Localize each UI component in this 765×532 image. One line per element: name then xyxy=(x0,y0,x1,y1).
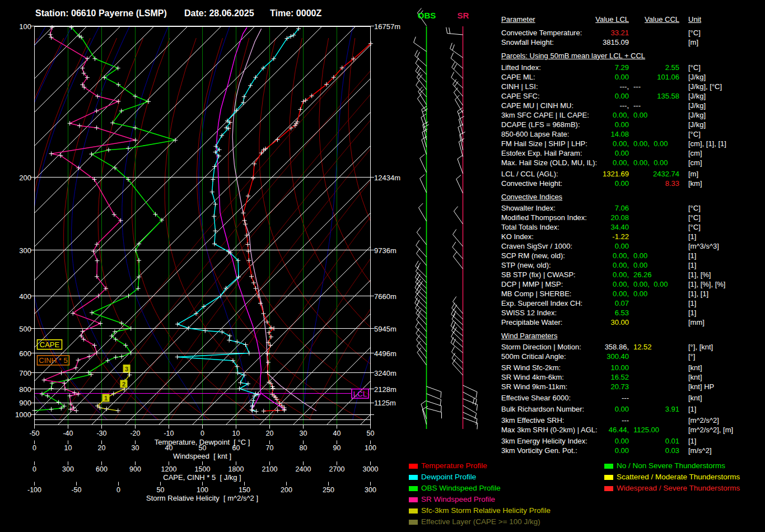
table-row-unit: [J/kg] xyxy=(688,73,706,81)
table-row-unit: [1] xyxy=(688,309,696,317)
table-row-value-lcl: -1.22 xyxy=(579,232,629,241)
legend-label: SR Windspeed Profile xyxy=(421,495,495,503)
pressure-label: 700 xyxy=(9,369,31,377)
table-row-label: CINH | LSI: xyxy=(501,82,538,91)
time-title: Time: 0000Z xyxy=(270,8,321,18)
pressure-label: 500 xyxy=(9,325,31,333)
axis-tick-label: 2400 xyxy=(296,465,311,473)
table-row-label: Snowfall Height: xyxy=(501,38,554,46)
table-row-label: Total Totals Index: xyxy=(501,223,559,231)
axis-tick-label: 40 xyxy=(333,430,341,437)
axis-tick-label: 150 xyxy=(239,486,250,494)
table-section-header: Convective Indices xyxy=(501,193,562,201)
table-row-value-extra: 26.26 xyxy=(633,270,652,279)
table-row-value-lcl: 6.53 xyxy=(579,309,629,317)
pressure-label: 400 xyxy=(9,292,31,301)
legend-swatch xyxy=(409,475,418,480)
axis-tick-label: 70 xyxy=(266,444,274,452)
height-label: 4496m xyxy=(374,349,397,358)
table-row-value-lcl: 16.52 xyxy=(579,373,629,381)
table-header-parameter: Parameter xyxy=(501,15,535,24)
legend-swatch xyxy=(604,486,613,491)
table-header-unit: Unit xyxy=(688,15,701,24)
axis-tick-label: 80 xyxy=(300,444,307,452)
legend-label: Widespread / Severe Thunderstorms xyxy=(617,484,740,492)
legend-label: Effective Layer (CAPE >= 100 J/kg) xyxy=(421,517,540,526)
table-row-label: Precipitable Water: xyxy=(501,318,562,326)
table-row-unit: [1] xyxy=(688,232,696,241)
table-row-unit: [1] xyxy=(688,299,696,307)
table-section-header: Parcels: Using 50mB mean layer LCL + CCL xyxy=(501,52,645,60)
axis-tick-label: 0 xyxy=(116,486,120,494)
axis-tick-label: 3000 xyxy=(363,465,379,473)
axis-tick-label: 600 xyxy=(96,465,108,473)
table-row-unit: [m] xyxy=(688,170,698,178)
svg-text:2: 2 xyxy=(122,381,125,388)
axis-tick-label: -40 xyxy=(63,430,73,437)
axis-title: CAPE, CINH * 5 [ J/kg ] xyxy=(161,473,242,482)
height-label: 1125m xyxy=(374,399,396,407)
table-row-unit: [1], [%] xyxy=(688,270,711,279)
table-row-unit: [knt] xyxy=(688,394,702,402)
table-row-label: Convective Temperature: xyxy=(501,29,582,37)
table-row-value-lcl: 0.00 xyxy=(579,446,629,455)
table-row-value-lcl: 20.73 xyxy=(579,382,629,391)
table-row-unit: [cm] xyxy=(688,158,702,167)
axis-tick-label: 250 xyxy=(323,486,334,494)
table-row-value-lcl: 7.29 xyxy=(579,63,629,72)
table-row-value-lcl: ---, xyxy=(579,82,629,91)
table-row-unit: [1] xyxy=(688,437,696,445)
table-row-label: SWISS 12 Index: xyxy=(501,309,557,317)
table-row-unit: [km] xyxy=(688,179,702,188)
table-row-value-lcl: 7.06 xyxy=(579,204,629,212)
legend-swatch xyxy=(409,486,418,491)
axis-tick-label: -50 xyxy=(71,486,81,494)
table-row-unit: [°C] xyxy=(688,213,701,222)
table-row-label: DCP | MMP | MSP: xyxy=(501,280,563,288)
table-row-unit: [°C] xyxy=(688,130,701,138)
table-row-label: Craven SigSvr / 1000: xyxy=(501,242,572,250)
table-row-label: Showalter Index: xyxy=(501,204,556,212)
table-row-label: Lifted Index: xyxy=(501,63,541,72)
pressure-label: 900 xyxy=(9,399,31,407)
table-row-unit: [°C] xyxy=(688,63,701,72)
table-row-value-lcl: 0.00, xyxy=(579,251,629,260)
date-title: Date: 28.06.2025 xyxy=(184,8,254,18)
skewt-sounding-app: {"title": {"station": "Station: 06610 Pa… xyxy=(0,0,765,532)
table-row-unit: [J/kg] xyxy=(688,101,706,110)
legend-label: Dewpoint Profile xyxy=(421,473,476,481)
table-row-value-lcl: 0.07 xyxy=(579,299,629,307)
table-row-value-lcl: 0.00 xyxy=(579,149,629,157)
axis-tick-label: 10 xyxy=(64,444,72,452)
table-row-label: CAPE ML: xyxy=(501,73,535,81)
table-row-value-lcl: --- xyxy=(579,394,629,402)
table-row-label: SR Wind Sfc-2km: xyxy=(501,363,561,372)
pressure-label: 100 xyxy=(9,22,31,31)
table-row-unit: [m^2/s^2], [m] xyxy=(688,426,733,434)
axis-tick-label: 30 xyxy=(300,430,307,437)
table-row-value-lcl: 30.00 xyxy=(579,318,629,326)
axis-tick-label: 900 xyxy=(129,465,141,473)
table-row-unit: [J/kg] xyxy=(688,120,706,129)
axis-tick-label: 50 xyxy=(367,430,375,437)
table-row-label: CAPE MU | CINH MU: xyxy=(501,101,573,110)
obs-column-label: OBS xyxy=(418,11,436,20)
table-row-label: Exp. Supercell Index CH: xyxy=(501,299,582,307)
table-row-unit: [m] xyxy=(688,38,698,46)
table-row-value-lcl: 0.00, xyxy=(579,261,629,269)
table-row-unit: [1], [%], [%] xyxy=(688,280,725,288)
axis-title: Windspeed [ knt ] xyxy=(171,452,233,460)
axis-tick-label: -10 xyxy=(164,430,174,437)
axis-tick-label: -20 xyxy=(130,430,140,437)
height-label: 16757m xyxy=(374,22,400,31)
svg-text:1: 1 xyxy=(104,395,108,402)
table-row-value-lcl: 0.00, xyxy=(579,139,629,148)
table-row-unit: [mm] xyxy=(688,318,705,326)
axis-tick-label: -50 xyxy=(29,430,39,437)
table-row-unit: [J/kg], [°C] xyxy=(688,82,722,91)
table-row-value-lcl: 0.00 xyxy=(579,405,629,413)
pressure-label: 600 xyxy=(9,349,31,358)
pressure-label: 300 xyxy=(9,246,31,255)
table-row-label: 500m Critical Angle: xyxy=(501,352,566,361)
station-title: Station: 06610 Payerne (LSMP) xyxy=(35,8,167,18)
